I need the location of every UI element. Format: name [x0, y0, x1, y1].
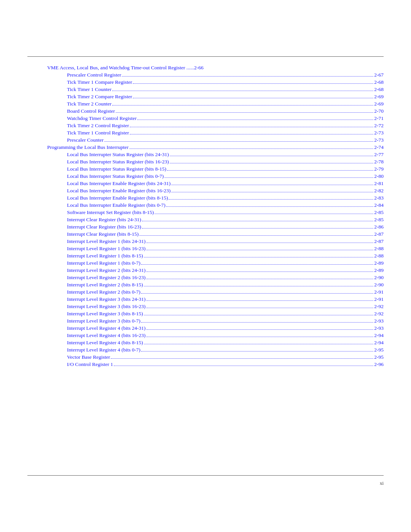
toc-row: Interrupt Clear Register (bits 16-23) 2-… [27, 223, 384, 230]
toc-row: Interrupt Level Register 4 (bits 8-15) 2… [27, 339, 384, 346]
toc-dots [171, 185, 373, 185]
toc-dots [144, 257, 373, 257]
toc-page: 2-89 [374, 267, 384, 273]
toc-page: 2-69 [374, 94, 384, 100]
toc-dots [170, 163, 374, 163]
toc-dots [171, 192, 373, 192]
toc-dots [147, 337, 374, 337]
toc-row: Interrupt Level Register 1 (bits 0-7) 2-… [27, 259, 384, 267]
toc-dots [147, 329, 374, 330]
toc-label: Interrupt Level Register 4 (bits 16-23) [67, 332, 146, 339]
toc-page: 2-88 [374, 253, 384, 259]
toc-label: Interrupt Level Register 3 (bits 16-23) [67, 304, 146, 310]
toc-dots [122, 76, 373, 77]
toc-row: Interrupt Level Register 1 (bits 16-23) … [27, 245, 384, 252]
toc-page: 2-93 [374, 318, 384, 324]
toc-label: I/O Control Register 1 [67, 361, 113, 367]
toc-label: Interrupt Level Register 3 (bits 8-15) [67, 311, 143, 317]
toc-dots [114, 366, 373, 366]
toc-page: 2-77 [374, 152, 384, 158]
toc-page: 2-94 [374, 340, 384, 346]
toc-dots [130, 134, 373, 134]
toc-page: 2-66 [194, 65, 204, 71]
toc-dots [147, 308, 374, 308]
toc-dots [139, 235, 373, 236]
toc-row: Programming the Local Bus Interrupter2-7… [27, 144, 384, 151]
toc-dots [144, 344, 373, 344]
toc-page: 2-68 [374, 79, 384, 85]
toc-page: 2-69 [374, 101, 384, 107]
toc-row: Watchdog Timer Control Register 2-71 [27, 115, 384, 122]
toc-label: Interrupt Level Register 1 (bits 16-23) [67, 246, 146, 252]
toc-row: Tick Timer 1 Control Register 2-73 [27, 129, 384, 136]
toc-label: Local Bus Interrupter Enable Register (b… [67, 202, 166, 208]
toc-row: Interrupt Level Register 1 (bits 8-15) 2… [27, 252, 384, 259]
toc-label: Tick Timer 2 Compare Register [67, 94, 132, 100]
toc-row: Local Bus Interrupter Status Register (b… [27, 165, 384, 173]
toc-row: Local Bus Interrupter Enable Register (b… [27, 180, 384, 187]
toc-label: Local Bus Interrupter Status Register (b… [67, 166, 166, 172]
toc-label: Tick Timer 2 Counter [67, 101, 112, 107]
toc-dots [144, 286, 373, 286]
toc-row: Interrupt Level Register 2 (bits 8-15) 2… [27, 281, 384, 288]
toc-label: Software Interrupt Set Register (bits 8-… [67, 209, 154, 216]
toc-dots [112, 105, 373, 105]
toc-page: 2-68 [374, 86, 384, 93]
toc-label: Interrupt Level Register 2 (bits 0-7) [67, 289, 140, 295]
toc-row: Interrupt Level Register 3 (bits 0-7) 2-… [27, 317, 384, 324]
toc-page: 2-85 [374, 209, 384, 216]
page-number: xi [380, 480, 384, 486]
toc-dots [142, 221, 373, 221]
toc-label: Tick Timer 1 Counter [67, 86, 112, 93]
toc-label: Prescaler Control Register [67, 72, 121, 78]
toc-label: Local Bus Interrupter Enable Register (b… [67, 181, 170, 187]
toc-page: 2-81 [374, 181, 384, 187]
toc-row: Tick Timer 2 Compare Register 2-69 [27, 93, 384, 100]
toc-page: 2-86 [374, 224, 384, 230]
toc-label: Local Bus Interrupter Status Register (b… [67, 152, 169, 158]
toc-row: VME Access, Local Bus, and Watchdog Time… [27, 64, 384, 71]
toc-dots [164, 177, 373, 178]
toc-dots [167, 170, 373, 171]
toc-dots [147, 279, 374, 279]
toc-page: 2-83 [374, 195, 384, 201]
toc-row: Vector Base Register 2-95 [27, 353, 384, 361]
toc-row: Interrupt Level Register 2 (bits 0-7) 2-… [27, 288, 384, 296]
toc-page: 2-72 [374, 123, 384, 129]
toc-dots [147, 272, 374, 272]
toc-row: Interrupt Clear Register (bits 8-15) 2-8… [27, 230, 384, 238]
toc-dots [104, 141, 373, 142]
toc-page: 2-88 [374, 246, 384, 252]
top-rule [27, 56, 384, 57]
toc-row: Interrupt Level Register 4 (bits 16-23) … [27, 332, 384, 339]
toc-row: I/O Control Register 1 2-96 [27, 361, 384, 368]
toc-list: VME Access, Local Bus, and Watchdog Time… [27, 64, 384, 368]
toc-dots [147, 250, 374, 250]
toc-page: 2-82 [374, 188, 384, 194]
page: VME Access, Local Bus, and Watchdog Time… [0, 0, 411, 532]
toc-row: Interrupt Level Register 4 (bits 24-31) … [27, 324, 384, 332]
toc-row: Local Bus Interrupter Enable Register (b… [27, 187, 384, 194]
toc-page: 2-87 [374, 238, 384, 244]
toc-label: Interrupt Level Register 3 (bits 24-31) [67, 296, 146, 302]
toc-dots [111, 358, 373, 359]
toc-label: Interrupt Clear Register (bits 16-23) [67, 224, 141, 230]
toc-dots [116, 112, 373, 113]
bottom-rule [27, 475, 384, 476]
toc-dots [141, 322, 373, 323]
toc-row: Prescaler Control Register 2-67 [27, 71, 384, 78]
toc-dots [141, 351, 373, 351]
toc-row: Local Bus Interrupter Enable Register (b… [27, 201, 384, 209]
toc-page: 2-78 [374, 159, 384, 165]
toc-page: 2-90 [374, 282, 384, 288]
toc-row: Interrupt Level Register 2 (bits 16-23) … [27, 274, 384, 281]
toc-page: 2-95 [374, 347, 384, 353]
toc-page: 2-91 [374, 296, 384, 302]
toc-page: 2-73 [374, 137, 384, 143]
toc-label: Interrupt Level Register 4 (bits 0-7) [67, 347, 140, 353]
toc-page: 2-92 [374, 311, 384, 317]
toc-dots [112, 91, 373, 91]
toc-dots [142, 228, 373, 228]
toc-dots [133, 83, 373, 84]
toc-row: Local Bus Interrupter Status Register (b… [27, 158, 384, 165]
